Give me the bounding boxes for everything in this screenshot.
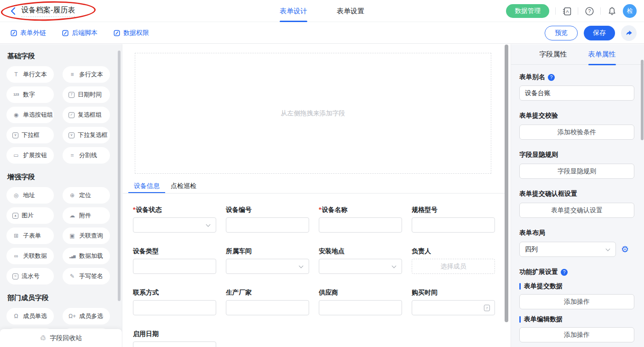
text-input[interactable] xyxy=(319,300,402,315)
save-button[interactable]: 保存 xyxy=(584,26,615,40)
form-alias-label: 表单别名 ? xyxy=(519,73,634,81)
field-pill[interactable]: ☁ 附件 xyxy=(63,207,110,224)
field-dropzone[interactable]: 从左侧拖拽来添加字段 xyxy=(135,53,491,174)
field-pill[interactable]: ✓ 复选框组 xyxy=(63,107,110,123)
help-icon[interactable]: ? xyxy=(548,74,555,81)
extension-subsections: 表单提交数据 添加操作 表单编辑数据 添加操作 xyxy=(519,282,634,342)
form-layout-section: 表单布局 四列 ⚙ xyxy=(519,229,634,257)
required-asterisk: * xyxy=(133,206,135,213)
chevron-down-icon xyxy=(606,247,610,251)
divider xyxy=(555,7,556,15)
field-pill[interactable]: ∨ 下拉复选框 xyxy=(63,127,110,143)
member-picker[interactable]: 选择成员 xyxy=(412,259,495,274)
toolbar-link[interactable]: 数据权限 xyxy=(113,29,149,37)
extension-settings-section: 功能扩展设置 ? 表单提交数据 添加操作 xyxy=(519,268,634,342)
tab-device-info[interactable]: 设备信息 xyxy=(128,179,165,193)
text-input[interactable] xyxy=(133,300,216,315)
extension-settings-label: 功能扩展设置 ? xyxy=(519,268,634,276)
field-pill[interactable]: Ω 成员单选 xyxy=(6,308,54,324)
required-asterisk: * xyxy=(319,206,321,213)
divider xyxy=(578,7,578,15)
form-field: 设备编号 xyxy=(226,206,309,233)
multi-line-text-icon: ≡ xyxy=(69,72,76,77)
field-pill[interactable]: ∞ 关联数据 xyxy=(6,248,54,264)
dropzone-hint: 从左侧拖拽来添加字段 xyxy=(281,109,345,118)
field-pill[interactable]: ▂▄▆ 数据加载 xyxy=(63,248,110,264)
section-action-button[interactable]: 表单提交确认设置 xyxy=(519,203,634,218)
panel-scrollbar[interactable] xyxy=(641,60,644,140)
serial-number-icon: ≈ xyxy=(12,273,18,279)
select-input[interactable] xyxy=(226,259,309,274)
text-input[interactable] xyxy=(133,259,216,274)
field-pill[interactable]: ⊞ 子表单 xyxy=(6,228,54,244)
tab-form-properties[interactable]: 表单属性 xyxy=(588,44,616,65)
divider xyxy=(600,7,601,15)
avatar[interactable]: 检 xyxy=(623,4,637,18)
toolbar-links: 表单外链 后端脚本 数据权限 xyxy=(10,22,149,44)
field-pill[interactable]: ◎ 地址 xyxy=(6,187,54,204)
field-pill[interactable]: 7 日期时间 xyxy=(63,86,110,103)
add-action-button[interactable]: 添加操作 xyxy=(519,294,634,309)
share-button[interactable] xyxy=(621,25,637,41)
field-pill[interactable]: ✎ 手写签名 xyxy=(63,268,110,284)
field-pill[interactable]: ⊕ 定位 xyxy=(63,187,110,204)
preview-button[interactable]: 预览 xyxy=(545,26,578,40)
field-pill[interactable]: ∨ 下拉框 xyxy=(6,127,54,143)
select-input[interactable] xyxy=(133,217,216,233)
date-input[interactable]: 7 xyxy=(412,300,495,315)
contacts-button[interactable]: A xyxy=(562,6,572,16)
text-input[interactable] xyxy=(319,217,402,233)
data-manage-button[interactable]: 数据管理 xyxy=(506,4,549,18)
svg-text:?: ? xyxy=(588,8,591,14)
top-header: 设备档案-履历表 表单设计 表单设置 数据管理 A ? xyxy=(0,0,644,22)
canvas-scrollbar[interactable] xyxy=(505,45,508,322)
sidebar-scrollbar[interactable] xyxy=(118,51,121,301)
radio-group-icon: ◉ xyxy=(12,112,20,118)
help-button[interactable]: ? xyxy=(584,6,594,16)
subform-icon: ⊞ xyxy=(12,233,20,239)
extend-button-icon: ▭ xyxy=(12,153,20,158)
tab-field-properties[interactable]: 字段属性 xyxy=(540,44,567,65)
field-pill[interactable]: = 分割线 xyxy=(63,147,110,164)
tab-inspection[interactable]: 点检巡检 xyxy=(165,179,202,193)
text-input[interactable] xyxy=(412,217,495,233)
extension-subsection: 表单提交数据 添加操作 xyxy=(519,282,634,309)
tab-form-settings[interactable]: 表单设置 xyxy=(337,0,364,22)
field-pill[interactable]: Ω+ 成员多选 xyxy=(63,308,110,324)
add-action-button[interactable]: 添加操作 xyxy=(519,327,634,342)
data-permission-icon xyxy=(113,29,121,37)
calendar-icon: 7 xyxy=(484,305,490,311)
section-action-button[interactable]: 字段显隐规则 xyxy=(519,164,634,179)
field-pill[interactable]: T 单行文本 xyxy=(6,66,54,83)
tab-form-design[interactable]: 表单设计 xyxy=(280,0,307,22)
form-field: 供应商 xyxy=(319,289,402,315)
gear-icon[interactable]: ⚙ xyxy=(621,245,629,254)
text-input[interactable] xyxy=(133,341,216,347)
notification-button[interactable] xyxy=(607,6,617,16)
field-pill[interactable]: ≡ 多行文本 xyxy=(63,66,110,83)
help-icon[interactable]: ? xyxy=(561,269,568,276)
select-input[interactable] xyxy=(319,259,402,274)
chevron-down-icon xyxy=(299,264,304,268)
share-arrow-icon xyxy=(625,29,633,37)
field-pill[interactable]: ▣ 关联查询 xyxy=(63,228,110,244)
backend-script-icon xyxy=(62,29,69,37)
field-pill[interactable]: ▴ 图片 xyxy=(6,207,54,224)
form-alias-input[interactable] xyxy=(519,85,634,101)
layout-select[interactable]: 四列 xyxy=(519,242,616,257)
toolbar-link[interactable]: 后端脚本 xyxy=(62,29,98,37)
member-single-icon: Ω xyxy=(12,313,20,319)
text-input[interactable] xyxy=(226,217,309,233)
section-action-button[interactable]: 添加校验条件 xyxy=(519,125,634,140)
canvas-tabs: 设备信息 点检巡检 xyxy=(128,179,202,193)
field-pill[interactable]: 123 数字 xyxy=(6,86,54,103)
text-input[interactable] xyxy=(226,300,309,315)
field-pill[interactable]: ◉ 单选按钮组 xyxy=(6,107,54,123)
form-design-canvas: 从左侧拖拽来添加字段 设备信息 点检巡检 *设备状态 设备编号 xyxy=(123,44,511,347)
field-pill[interactable]: ▭ 扩展按钮 xyxy=(6,147,54,164)
field-pill[interactable]: ≈ 流水号 xyxy=(6,268,54,284)
properties-panel: 字段属性 表单属性 表单别名 ? 表单提交校验 添加校验条件 字段显隐规则 字段… xyxy=(511,44,644,347)
field-recycle-bin[interactable]: ♲ 字段回收站 xyxy=(0,329,122,347)
member-multi-icon: Ω+ xyxy=(69,313,76,319)
toolbar-link[interactable]: 表单外链 xyxy=(10,29,46,37)
